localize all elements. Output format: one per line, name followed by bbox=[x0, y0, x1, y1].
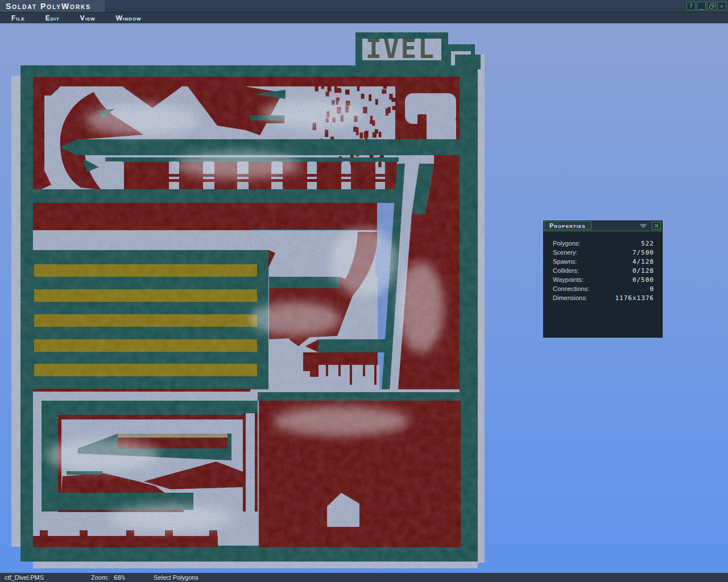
window-controls: ?_✕ bbox=[686, 2, 726, 10]
restore-button[interactable] bbox=[707, 2, 716, 10]
property-value: 4/128 bbox=[632, 258, 654, 265]
status-zoom-value: 68% bbox=[114, 574, 125, 581]
menu-item-view[interactable]: View bbox=[80, 14, 96, 22]
close-button[interactable]: ✕ bbox=[717, 2, 726, 10]
polyworks-window: { "window": { "title": "Soldat PolyWorks… bbox=[0, 0, 728, 582]
restore-icon bbox=[709, 3, 714, 9]
property-label: Spawns: bbox=[553, 258, 577, 265]
menu-item-file[interactable]: File bbox=[11, 14, 25, 22]
property-row: Scenery:7/500 bbox=[544, 248, 662, 257]
property-label: Scenery: bbox=[553, 249, 577, 256]
property-row: Connections:0 bbox=[544, 284, 662, 293]
property-row: Colliders:0/128 bbox=[544, 266, 662, 275]
minimize-button[interactable]: _ bbox=[697, 2, 706, 10]
properties-panel-title: Properties bbox=[549, 222, 586, 229]
title-bar[interactable]: Soldat PolyWorks ?_✕ bbox=[0, 0, 728, 13]
property-value: 0 bbox=[650, 285, 654, 293]
map-texture-overlay bbox=[11, 32, 485, 568]
property-label: Waypoints: bbox=[553, 276, 584, 283]
property-value: 1176x1376 bbox=[615, 294, 654, 302]
app-title: Soldat PolyWorks bbox=[6, 2, 91, 11]
property-value: 0/128 bbox=[632, 267, 654, 275]
panel-close-button[interactable]: ✕ bbox=[652, 222, 661, 230]
property-label: Dimensions: bbox=[553, 294, 588, 301]
property-row: Polygons:522 bbox=[544, 239, 662, 248]
status-file-name: ctf_Divel.PMS bbox=[5, 574, 44, 581]
menu-item-window[interactable]: Window bbox=[116, 14, 142, 22]
properties-panel: Properties ✕ Polygons:522Scenery:7/500Sp… bbox=[543, 221, 663, 338]
property-label: Polygons: bbox=[553, 240, 580, 247]
menu-bar: FileEditViewWindow bbox=[0, 13, 728, 23]
properties-panel-tab: Properties bbox=[544, 221, 592, 230]
property-row: Waypoints:0/500 bbox=[544, 275, 662, 284]
app-title-block: Soldat PolyWorks bbox=[0, 0, 106, 12]
close-icon: ✕ bbox=[653, 223, 659, 229]
property-label: Connections: bbox=[553, 285, 589, 292]
property-row: Spawns:4/128 bbox=[544, 257, 662, 266]
property-row: Dimensions:1176x1376 bbox=[544, 293, 662, 302]
property-value: 7/500 bbox=[632, 249, 654, 256]
status-tool-mode: Select Polygons bbox=[154, 574, 198, 581]
collapse-icon[interactable] bbox=[639, 224, 647, 228]
status-bar: ctf_Divel.PMS Zoom: 68% Select Polygons bbox=[0, 573, 728, 582]
help-button[interactable]: ? bbox=[686, 2, 696, 10]
property-value: 522 bbox=[641, 240, 654, 247]
properties-panel-body: Polygons:522Scenery:7/500Spawns:4/128Col… bbox=[544, 231, 662, 302]
status-zoom-label: Zoom: bbox=[91, 574, 109, 581]
properties-panel-titlebar[interactable]: Properties ✕ bbox=[544, 221, 662, 231]
property-value: 0/500 bbox=[632, 276, 654, 284]
menu-item-edit[interactable]: Edit bbox=[46, 14, 60, 22]
property-label: Colliders: bbox=[553, 267, 579, 274]
